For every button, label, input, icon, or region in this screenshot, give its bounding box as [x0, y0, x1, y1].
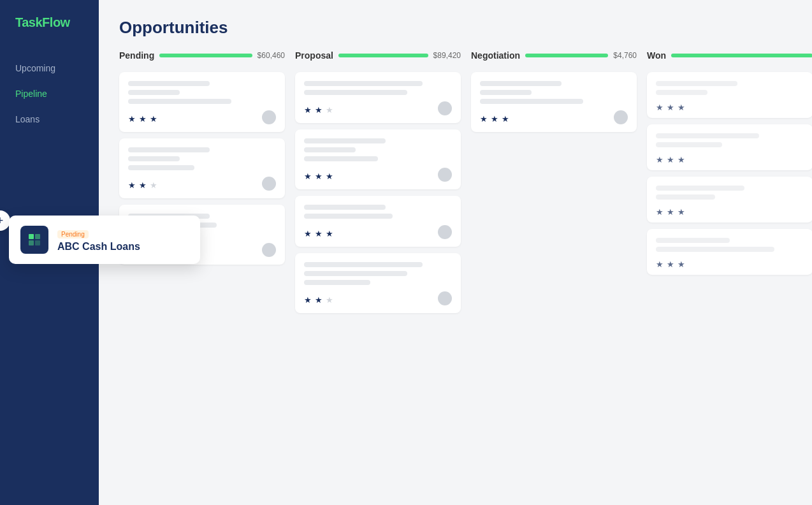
column-header-pending: Pending $60,460 — [119, 50, 285, 66]
star-rating — [656, 154, 686, 163]
main-content: Opportunities Pending $60,460 — [99, 0, 812, 505]
logo-text: TaskFlow — [15, 15, 70, 29]
svg-rect-0 — [29, 234, 34, 239]
column-header-negotiation: Negotiation $4,760 — [471, 50, 637, 66]
avatar — [438, 291, 452, 305]
sidebar-item-pipeline[interactable]: Pipeline — [0, 81, 99, 106]
card-line — [656, 238, 730, 243]
negotiation-bar — [525, 54, 608, 57]
star — [326, 228, 335, 237]
card-lines — [128, 147, 276, 170]
sidebar-item-loans[interactable]: Loans — [0, 106, 99, 132]
card[interactable] — [647, 177, 812, 223]
star — [678, 258, 686, 267]
app-logo: TaskFlow — [0, 0, 99, 55]
avatar — [262, 110, 276, 124]
star — [304, 170, 313, 179]
card[interactable] — [295, 253, 461, 313]
star — [139, 179, 148, 188]
card-line — [304, 90, 407, 95]
sidebar: TaskFlow Upcoming Pipeline Loans + Pendi… — [0, 0, 99, 505]
star-rating — [480, 113, 511, 122]
card-footer — [480, 110, 628, 124]
card[interactable] — [119, 72, 285, 132]
card-line — [128, 156, 180, 161]
card-lines — [304, 81, 452, 95]
proposal-bar — [338, 54, 428, 57]
card[interactable] — [471, 72, 637, 132]
card-line — [128, 165, 194, 170]
column-title-negotiation: Negotiation — [471, 50, 520, 61]
avatar — [614, 110, 628, 124]
card-footer — [128, 177, 276, 191]
card-line — [128, 90, 180, 95]
card-footer — [656, 258, 804, 267]
star-rating — [304, 294, 335, 303]
star — [139, 113, 148, 122]
star — [667, 101, 676, 110]
card-line — [128, 81, 210, 86]
card-line — [656, 194, 715, 200]
card-lines — [304, 262, 452, 285]
drag-card[interactable]: Pending ABC Cash Loans — [9, 216, 200, 264]
star — [656, 101, 665, 110]
svg-rect-3 — [35, 240, 40, 245]
main-header: Opportunities — [99, 0, 812, 50]
star — [656, 206, 665, 215]
star — [315, 294, 324, 303]
card[interactable] — [647, 72, 812, 118]
kanban-board: Pending $60,460 — [99, 50, 812, 505]
star-rating — [304, 170, 335, 179]
star — [315, 170, 324, 179]
card-line — [656, 247, 774, 252]
card-line — [304, 271, 407, 276]
card-line — [304, 81, 423, 86]
card-line — [656, 142, 722, 147]
star — [150, 113, 159, 122]
negotiation-amount: $4,760 — [613, 51, 637, 60]
column-title-pending: Pending — [119, 50, 154, 61]
star — [656, 154, 665, 163]
card-footer — [304, 225, 452, 239]
page-title: Opportunities — [119, 18, 792, 38]
card[interactable] — [295, 196, 461, 247]
star — [656, 258, 665, 267]
card-lines — [304, 138, 452, 161]
star — [491, 113, 500, 122]
avatar — [438, 168, 452, 182]
star — [667, 154, 676, 163]
column-header-proposal: Proposal $89,420 — [295, 50, 461, 66]
card[interactable] — [295, 129, 461, 189]
card[interactable] — [647, 229, 812, 275]
card[interactable] — [295, 72, 461, 123]
star-rating — [128, 179, 159, 188]
card-lines — [656, 186, 804, 200]
card-footer — [656, 206, 804, 215]
avatar — [262, 243, 276, 257]
star — [304, 104, 313, 113]
card-line — [128, 99, 231, 104]
star — [304, 294, 313, 303]
star — [304, 228, 313, 237]
star — [128, 179, 137, 188]
star — [480, 113, 489, 122]
card-line — [480, 99, 583, 104]
pending-amount: $60,460 — [257, 51, 285, 60]
card-line — [304, 262, 423, 267]
card-footer — [304, 168, 452, 182]
drag-card-badge: Pending — [57, 230, 89, 238]
star — [326, 170, 335, 179]
card[interactable] — [119, 138, 285, 198]
card-line — [656, 133, 759, 138]
card-footer — [304, 291, 452, 305]
card[interactable] — [647, 124, 812, 170]
sidebar-item-upcoming[interactable]: Upcoming — [0, 55, 99, 81]
avatar — [438, 101, 452, 115]
star — [678, 206, 686, 215]
star — [128, 113, 137, 122]
drag-card-content: Pending ABC Cash Loans — [57, 228, 189, 252]
column-title-won: Won — [647, 50, 666, 61]
star-rating — [656, 206, 686, 215]
card-lines — [304, 205, 452, 219]
card-footer — [128, 110, 276, 124]
